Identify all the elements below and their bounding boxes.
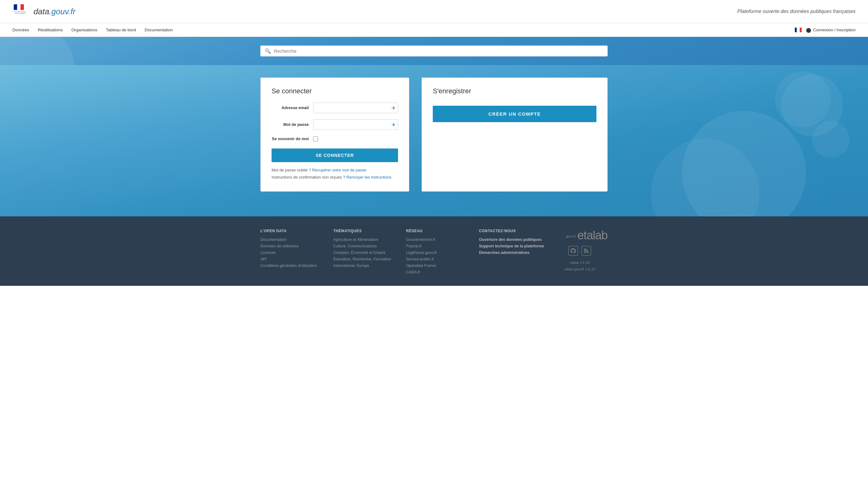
- remember-group: Se souvenir de moi: [272, 136, 398, 142]
- nav-organisations[interactable]: Organisations: [71, 28, 97, 32]
- confirm-row: Instructions de confirmation non reçues …: [272, 175, 398, 180]
- nav-reutilisations[interactable]: Réutilisations: [38, 28, 63, 32]
- forgot-password-row: Mot de passe oublié ? Récupérer votre mo…: [272, 168, 398, 172]
- svg-rect-0: [14, 4, 17, 10]
- remember-checkbox[interactable]: [313, 136, 318, 141]
- footer-link-support[interactable]: Support technique de la plateforme: [479, 244, 546, 248]
- main-nav: Données Réutilisations Organisations Tab…: [0, 23, 868, 37]
- nav-donnees[interactable]: Données: [12, 28, 29, 32]
- login-button[interactable]: SE CONNECTER: [272, 149, 398, 162]
- deco-circle-2: [775, 71, 831, 127]
- login-link[interactable]: ⬤ Connexion / Inscription: [806, 27, 856, 33]
- email-input-wrap: ✈: [313, 103, 398, 113]
- footer-link-legifrance[interactable]: Legifrance.gouv.fr: [406, 250, 473, 255]
- footer-version1: udata 1.6.16: [552, 260, 608, 266]
- logo-text[interactable]: data.gouv.fr: [33, 7, 75, 16]
- footer-version-block: udata 1.6.16 udata-gouvfr 1.6.12: [552, 260, 608, 272]
- password-label: Mot de passe: [272, 122, 309, 127]
- confirm-prefix: Instructions de confirmation non reçues …: [272, 175, 346, 180]
- footer-version2: udata-gouvfr 1.6.12: [552, 266, 608, 273]
- footer-etalab: gouv.fr etalab udata 1.6.16 udata-gouvfr…: [552, 229, 608, 277]
- deco-circle-3: [812, 121, 849, 158]
- search-icon: 🔍: [265, 48, 271, 54]
- footer-link-licences[interactable]: Licences: [260, 250, 327, 255]
- register-title: S'enregistrer: [433, 87, 596, 95]
- footer-link-ouverture[interactable]: Ouverture des données publiques: [479, 237, 546, 242]
- login-title: Se connecter: [272, 87, 398, 95]
- password-input-wrap: ✈: [313, 119, 398, 130]
- email-field[interactable]: [313, 103, 398, 113]
- nav-right: ⬤ Connexion / Inscription: [795, 27, 856, 33]
- search-input[interactable]: [274, 48, 603, 53]
- nav-links: Données Réutilisations Organisations Tab…: [12, 28, 173, 32]
- email-group: Adresse email ✈: [272, 103, 398, 113]
- confirm-link[interactable]: Renvoyer les instructions: [346, 175, 391, 180]
- footer-heading-contact: CONTACTEZ-NOUS: [479, 229, 546, 233]
- footer-col-opendata: L'OPEN DATA Documentation Données de réf…: [260, 229, 333, 277]
- svg-rect-2: [20, 4, 24, 10]
- site-header: Liberté • Égalité • Fraternité RÉPUBLIQU…: [0, 0, 868, 23]
- footer-heading-reseau: RÉSEAU: [406, 229, 473, 233]
- etalab-gouv-label: gouv.fr: [566, 235, 576, 238]
- nav-tableau[interactable]: Tableau de bord: [106, 28, 136, 32]
- forgot-prefix: Mot de passe oublié ?: [272, 168, 312, 172]
- footer-heading-thematiques: THÉMATIQUES: [333, 229, 400, 233]
- footer-link-cada[interactable]: CADA.fr: [406, 270, 473, 274]
- language-flag[interactable]: [795, 28, 802, 32]
- footer-link-servicepublic[interactable]: Service-public.fr: [406, 257, 473, 261]
- footer-link-comptes[interactable]: Comptes, Économie et Emploi: [333, 250, 400, 255]
- header-tagline: Plateforme ouverte des données publiques…: [737, 9, 856, 14]
- footer-link-agriculture[interactable]: Agriculture et Alimentation: [333, 237, 400, 242]
- footer-grid: L'OPEN DATA Documentation Données de réf…: [260, 229, 608, 277]
- login-card: Se connecter Adresse email ✈ Mot de pass…: [260, 78, 409, 191]
- footer-link-opendata-france[interactable]: Opendata France: [406, 264, 473, 268]
- rss-icon[interactable]: [581, 246, 591, 256]
- register-card: S'enregistrer CRÉER UN COMPTE: [422, 78, 608, 191]
- login-icon: ⬤: [806, 27, 811, 33]
- password-group: Mot de passe ✈: [272, 119, 398, 130]
- search-bar: 🔍: [260, 46, 608, 57]
- remember-label: Se souvenir de moi: [272, 136, 309, 142]
- svg-point-5: [584, 252, 585, 253]
- email-icon: ✈: [391, 105, 396, 111]
- footer-social-icons: [552, 246, 608, 256]
- email-label: Adresse email: [272, 105, 309, 111]
- site-footer: L'OPEN DATA Documentation Données de réf…: [0, 216, 868, 286]
- nav-documentation[interactable]: Documentation: [144, 28, 173, 32]
- footer-col-reseau: RÉSEAU Gouvernement.fr France.fr Legifra…: [406, 229, 479, 277]
- svg-text:RÉPUBLIQUE FRANÇAISE: RÉPUBLIQUE FRANÇAISE: [15, 12, 26, 14]
- footer-link-education[interactable]: Éducation, Recherche, Formation: [333, 257, 400, 261]
- republic-emblem: Liberté • Égalité • Fraternité RÉPUBLIQU…: [12, 4, 30, 19]
- footer-link-international[interactable]: International, Europe: [333, 264, 400, 268]
- deco-circle-1: [651, 139, 760, 216]
- footer-link-donnees-ref[interactable]: Données de référence: [260, 244, 327, 248]
- search-section: 🔍: [0, 37, 868, 65]
- footer-link-culture[interactable]: Culture, Communications: [333, 244, 400, 248]
- forgot-password-link[interactable]: Récupérer votre mot de passe: [312, 168, 367, 172]
- footer-link-france[interactable]: France.fr: [406, 244, 473, 248]
- footer-col-thematiques: THÉMATIQUES Agriculture et Alimentation …: [333, 229, 406, 277]
- footer-link-demarches[interactable]: Démarches administratives: [479, 250, 546, 255]
- footer-link-documentation[interactable]: Documentation: [260, 237, 327, 242]
- logo-area: Liberté • Égalité • Fraternité RÉPUBLIQU…: [12, 4, 75, 19]
- deco-circle-4: [16, 164, 84, 216]
- footer-col-contact: CONTACTEZ-NOUS Ouverture des données pub…: [479, 229, 552, 277]
- forms-row: Se connecter Adresse email ✈ Mot de pass…: [260, 78, 608, 191]
- footer-link-gouvernement[interactable]: Gouvernement.fr: [406, 237, 473, 242]
- footer-link-cgu[interactable]: Conditions générales d'utilisation: [260, 264, 327, 268]
- svg-text:Liberté • Égalité • Fraternité: Liberté • Égalité • Fraternité: [14, 11, 26, 12]
- etalab-logo-wrap: gouv.fr etalab: [552, 229, 608, 242]
- password-icon: ✈: [391, 122, 396, 128]
- main-content: Se connecter Adresse email ✈ Mot de pass…: [0, 65, 868, 216]
- svg-rect-1: [17, 4, 20, 10]
- register-button[interactable]: CRÉER UN COMPTE: [433, 106, 596, 122]
- github-icon[interactable]: [568, 246, 578, 256]
- footer-link-api[interactable]: API: [260, 257, 327, 261]
- password-field[interactable]: [313, 119, 398, 130]
- footer-heading-opendata: L'OPEN DATA: [260, 229, 327, 233]
- login-label: Connexion / Inscription: [813, 28, 856, 32]
- etalab-logo-text: etalab: [577, 229, 608, 242]
